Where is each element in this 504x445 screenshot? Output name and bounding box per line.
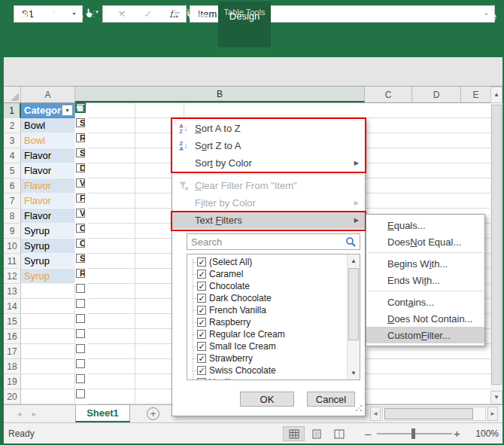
cell-C5[interactable] [88, 163, 135, 178]
list-scroll-down-icon[interactable]: ▼ [348, 367, 360, 379]
filter-value-swiss-chocolate[interactable]: ✓Swiss Chocolate [187, 364, 347, 376]
row-header-7[interactable]: 7 [4, 194, 21, 209]
tab-data[interactable]: Data [149, 0, 169, 32]
submenu-item-does-not-equal[interactable]: Does Not Equal... [366, 233, 484, 250]
undo-dropdown-icon[interactable]: ▼ [51, 10, 56, 14]
filter-value-small-ice-cream[interactable]: ✓Small Ice Cream [187, 340, 347, 352]
tell-me-box[interactable]: Tell me what you want to do [280, 0, 415, 32]
ok-button[interactable]: OK [240, 392, 294, 407]
filter-value-raspberry[interactable]: ✓Raspberry [187, 316, 347, 328]
checkbox-checked-icon[interactable]: ✓ [197, 306, 206, 315]
cell-C11[interactable] [88, 254, 135, 269]
menu-item-sort-z-to-a[interactable]: ZA↓Sort Z to A [172, 137, 365, 154]
list-scrollbar[interactable]: ▲ ▼ [347, 255, 360, 379]
cell-C14[interactable] [88, 299, 135, 314]
checkbox-checked-icon[interactable]: ✓ [197, 318, 206, 327]
checkbox-checked-icon[interactable]: ✓ [197, 366, 206, 375]
zoom-slider-thumb[interactable] [411, 428, 415, 439]
cell-C15[interactable] [88, 314, 135, 329]
row-header-1[interactable]: 1 [4, 103, 21, 118]
column-header-C[interactable]: C [365, 87, 412, 102]
undo-icon[interactable] [36, 5, 50, 20]
column-header-B[interactable]: B [75, 87, 365, 102]
sheet-nav-left-icon[interactable]: ◄ [16, 405, 23, 422]
checkbox-checked-icon[interactable]: ✓ [197, 378, 206, 380]
cell-A8[interactable]: Flavor [21, 209, 75, 224]
checkbox-checked-icon[interactable]: ✓ [197, 330, 206, 339]
cell-A12[interactable]: Syrup [21, 269, 75, 284]
cell-C16[interactable] [88, 329, 135, 344]
vertical-scroll-down-icon[interactable]: ▼ [490, 391, 502, 404]
checkbox-checked-icon[interactable]: ✓ [197, 294, 206, 303]
cell-B7[interactable]: French Vanilla [76, 194, 85, 203]
cell-C12[interactable] [88, 269, 135, 284]
cell-A7[interactable]: Flavor [21, 194, 75, 209]
tab-home[interactable]: Home [57, 0, 83, 32]
sheet-nav-right-icon[interactable]: ► [31, 405, 38, 422]
horizontal-scrollbar[interactable] [382, 407, 486, 421]
row-header-14[interactable]: 14 [4, 299, 21, 314]
touch-mode-dropdown-icon[interactable]: ▼ [95, 10, 99, 14]
cell-A11[interactable]: Syrup [21, 254, 75, 269]
row-header-5[interactable]: 5 [4, 163, 21, 178]
cell-B12[interactable]: Raspberry [76, 269, 85, 278]
sheet-tab-sheet1[interactable]: Sheet1 [75, 405, 130, 422]
category-filter-button[interactable]: ▼ [62, 105, 73, 116]
column-header-D[interactable]: D [412, 87, 461, 102]
cell-D1[interactable] [135, 103, 184, 118]
cell-A13[interactable] [21, 284, 75, 299]
cell-B15[interactable] [76, 314, 85, 323]
cell-B9[interactable]: Chocolate [76, 224, 85, 233]
tab-insert[interactable]: Insert [102, 0, 127, 32]
filter-value-chocolate[interactable]: ✓Chocolate [187, 280, 347, 292]
submenu-item-begins-with[interactable]: Begins With... [366, 255, 484, 272]
cell-C19[interactable] [88, 374, 135, 389]
cell-B2[interactable]: Small Ice Cream [76, 118, 85, 127]
add-sheet-icon[interactable]: + [147, 407, 159, 420]
filter-value-vanilla[interactable]: ✓Vanilla [187, 376, 347, 380]
row-header-15[interactable]: 15 [4, 314, 21, 329]
cell-B20[interactable] [76, 389, 85, 398]
cell-B17[interactable] [76, 344, 85, 353]
row-header-18[interactable]: 18 [4, 359, 21, 374]
cell-B6[interactable]: Vanilla Bean [76, 178, 85, 187]
row-header-12[interactable]: 12 [4, 269, 21, 284]
row-header-16[interactable]: 16 [4, 329, 21, 344]
cell-B11[interactable]: Strawberry [76, 254, 85, 263]
touch-mode-icon[interactable] [81, 5, 96, 20]
cell-C2[interactable] [88, 118, 135, 133]
row-header-19[interactable]: 19 [4, 374, 21, 389]
list-scroll-up-icon[interactable]: ▲ [348, 255, 360, 267]
filter-value-strawberry[interactable]: ✓Strawberry [187, 352, 347, 364]
cell-B18[interactable] [76, 359, 85, 368]
cell-A1[interactable]: Category▼ [21, 103, 75, 118]
cell-C18[interactable] [88, 359, 135, 374]
cell-A17[interactable] [21, 344, 75, 359]
resize-grip[interactable] [355, 403, 363, 414]
cell-B4[interactable]: Swiss Chocolate [76, 148, 85, 157]
row-header-9[interactable]: 9 [4, 224, 21, 239]
row-header-17[interactable]: 17 [4, 344, 21, 359]
filter-value-dark-chocolate[interactable]: ✓Dark Chocolate [187, 292, 347, 304]
cell-B13[interactable] [76, 284, 85, 293]
checkbox-checked-icon[interactable]: ✓ [197, 354, 206, 363]
column-header-A[interactable]: A [21, 87, 75, 102]
cell-A6[interactable]: Flavor [21, 178, 75, 194]
cell-A14[interactable] [21, 299, 75, 314]
menu-item-sort-a-to-z[interactable]: AZ↓Sort A to Z [172, 120, 365, 137]
cell-A19[interactable] [21, 374, 75, 389]
search-icon[interactable] [345, 236, 357, 250]
cell-C9[interactable] [88, 224, 135, 239]
cell-C10[interactable] [88, 239, 135, 254]
item-filter-button[interactable]: ▼ [76, 105, 83, 112]
row-header-20[interactable]: 20 [4, 389, 21, 404]
horizontal-scroll-right-icon[interactable]: ► [487, 407, 498, 421]
cell-A10[interactable]: Syrup [21, 239, 75, 254]
checkbox-checked-icon[interactable]: ✓ [197, 342, 206, 351]
filter-value-french-vanilla[interactable]: ✓French Vanilla [187, 304, 347, 316]
checkbox-checked-icon[interactable]: ✓ [197, 282, 206, 291]
row-header-2[interactable]: 2 [4, 118, 21, 133]
cell-A4[interactable]: Flavor [21, 148, 75, 163]
checkbox-checked-icon[interactable]: ✓ [197, 258, 206, 267]
submenu-item-contains[interactable]: Contains... [366, 294, 484, 310]
